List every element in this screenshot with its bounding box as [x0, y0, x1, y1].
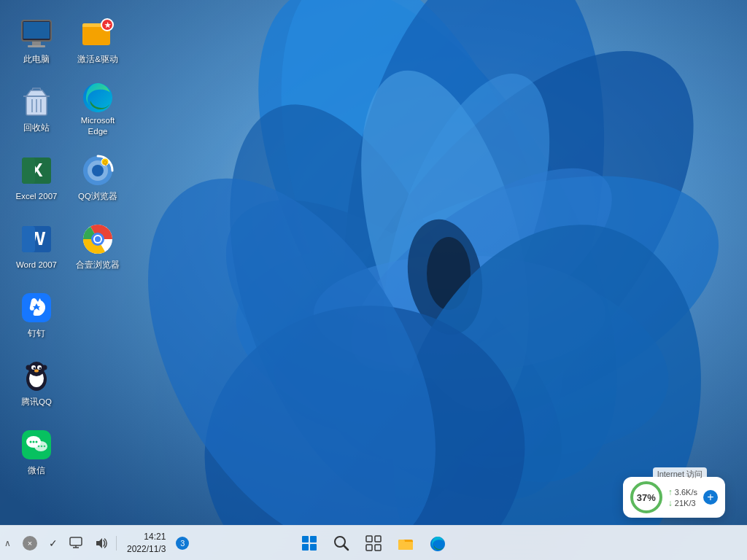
download-arrow-icon: ↓ — [668, 498, 673, 508]
recycle-icon — [19, 85, 54, 120]
desktop-icon-qq[interactable]: 腾讯QQ — [7, 350, 66, 416]
svg-point-53 — [34, 369, 39, 372]
qq-label: 腾讯QQ — [21, 397, 52, 408]
upload-speed-row: ↑ 3.6K/s — [668, 487, 697, 497]
svg-rect-73 — [366, 545, 372, 551]
desktop-icon-activate[interactable]: ★ 激活&驱动 — [69, 7, 127, 73]
svg-point-35 — [92, 165, 104, 176]
desktop-icon-this-pc[interactable]: 此电脑 — [7, 7, 66, 73]
recycle-label: 回收站 — [23, 122, 50, 133]
desktop-icons-container: 此电脑 ★ 激活&驱动 — [7, 7, 127, 484]
upload-speed: 3.6K/s — [675, 488, 697, 497]
svg-rect-20 — [32, 42, 41, 45]
svg-point-60 — [33, 440, 35, 443]
desktop-icon-dingding[interactable]: 钉钉 — [7, 281, 66, 347]
svg-point-48 — [28, 362, 44, 376]
wechat-label: 微信 — [28, 465, 45, 476]
file-explorer-button[interactable] — [391, 529, 420, 558]
tray-volume-icon[interactable] — [90, 534, 112, 553]
close-x-icon: × — [23, 536, 37, 551]
checkmark-icon: ✓ — [49, 537, 58, 549]
svg-rect-65 — [302, 536, 309, 542]
activate-label: 激活&驱动 — [77, 54, 118, 65]
desktop-icon-heyi[interactable]: 合壹浏览器 — [69, 213, 127, 279]
clock-time: 14:21 — [144, 531, 166, 543]
volume-icon — [94, 537, 107, 550]
desktop: 此电脑 ★ 激活&驱动 — [0, 0, 747, 560]
svg-rect-32 — [22, 158, 35, 184]
svg-point-63 — [41, 445, 43, 447]
svg-point-44 — [95, 236, 101, 242]
qq-icon — [19, 359, 54, 394]
svg-rect-71 — [366, 536, 372, 542]
dingding-icon — [19, 290, 54, 325]
svg-rect-76 — [398, 542, 413, 550]
wechat-icon — [19, 427, 54, 462]
chevron-up-icon: ∧ — [4, 538, 11, 548]
desktop-icon-edge[interactable]: Microsoft Edge — [69, 76, 127, 141]
tray-monitor-icon[interactable] — [65, 534, 87, 553]
excel-label: Excel 2007 — [16, 191, 58, 202]
svg-point-59 — [30, 440, 32, 443]
desktop-icon-qqbrowser[interactable]: Q QQ浏览器 — [69, 144, 127, 210]
svg-rect-21 — [28, 45, 45, 47]
cpu-percent: 37% — [637, 492, 656, 503]
svg-rect-74 — [375, 545, 381, 551]
tray-separator — [116, 536, 117, 551]
svg-rect-68 — [310, 544, 317, 551]
heyi-label: 合壹浏览器 — [76, 260, 120, 271]
start-button[interactable] — [295, 529, 324, 558]
svg-text:★: ★ — [104, 21, 112, 29]
svg-rect-78 — [70, 537, 82, 545]
speed-info: ↑ 3.6K/s ↓ 21K/3 — [668, 487, 697, 508]
clock-date: 2022/11/3 — [127, 543, 166, 556]
desktop-icon-excel[interactable]: X Excel 2007 — [7, 144, 66, 210]
download-speed: 21K/3 — [675, 499, 696, 508]
notification-badge[interactable]: 3 — [176, 537, 189, 550]
edge-label: Microsoft Edge — [71, 115, 124, 137]
word-label: Word 2007 — [16, 260, 57, 271]
svg-point-62 — [38, 445, 40, 447]
svg-point-51 — [34, 367, 36, 369]
svg-point-52 — [39, 367, 42, 369]
svg-rect-40 — [22, 226, 35, 252]
cpu-percent-circle: 37% — [630, 481, 662, 513]
tray-chevron-area[interactable]: ∧ — [0, 535, 15, 551]
tray-close-icon[interactable]: × — [18, 533, 42, 553]
this-pc-label: 此电脑 — [23, 54, 50, 65]
svg-rect-66 — [310, 536, 317, 542]
svg-point-55 — [42, 365, 47, 370]
qqbrowser-label: QQ浏览器 — [78, 191, 117, 202]
network-speed-widget[interactable]: 37% ↑ 3.6K/s ↓ 21K/3 + — [623, 477, 725, 518]
taskbar-right: ∧ × ✓ — [0, 529, 189, 557]
heyi-chrome-icon — [80, 222, 115, 257]
upload-arrow-icon: ↑ — [668, 487, 673, 497]
svg-text:Q: Q — [103, 160, 107, 166]
this-pc-icon — [19, 16, 54, 51]
svg-point-54 — [26, 365, 31, 370]
dingding-label: 钉钉 — [28, 328, 45, 339]
download-speed-row: ↓ 21K/3 — [668, 498, 697, 508]
svg-rect-67 — [302, 544, 309, 551]
svg-rect-77 — [398, 540, 405, 542]
svg-point-64 — [44, 445, 46, 447]
word-icon: W — [19, 222, 54, 257]
edge-icon — [80, 80, 115, 112]
svg-point-61 — [36, 440, 38, 443]
edge-taskbar-button[interactable] — [423, 529, 452, 558]
svg-line-70 — [344, 545, 348, 550]
desktop-icon-recycle[interactable]: 回收站 — [7, 76, 66, 141]
taskview-button[interactable] — [359, 529, 388, 558]
desktop-icon-word[interactable]: W Word 2007 — [7, 213, 66, 279]
qqbrowser-icon: Q — [80, 153, 115, 188]
excel-icon: X — [19, 153, 54, 188]
add-widget-button[interactable]: + — [703, 490, 718, 505]
search-button[interactable] — [327, 529, 356, 558]
taskbar-center-icons — [295, 529, 452, 558]
desktop-icon-wechat[interactable]: 微信 — [7, 419, 66, 484]
internet-access-label: Internet 访问 — [653, 467, 707, 481]
monitor-icon — [69, 537, 82, 550]
taskbar: ∧ × ✓ — [0, 525, 747, 560]
clock-area[interactable]: 14:21 2022/11/3 — [121, 529, 171, 557]
tray-check-icon[interactable]: ✓ — [44, 534, 62, 552]
